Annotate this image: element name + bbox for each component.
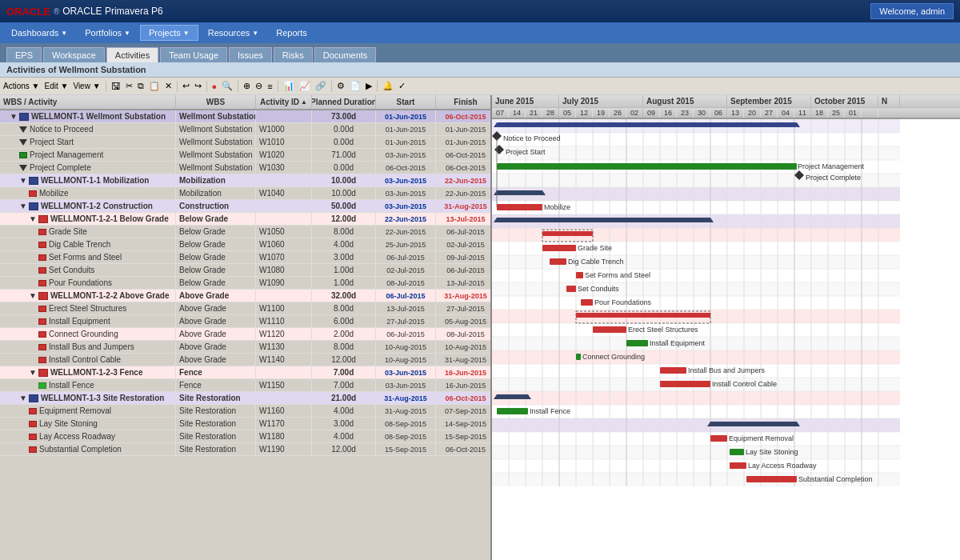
table-row: ▼ WELLMONT-1 Wellmont Substation Wellmon…	[0, 110, 490, 123]
tab-risks[interactable]: Risks	[274, 47, 313, 62]
gantt-label-ntp: Notice to Proceed	[503, 134, 561, 142]
gantt-bar-dig-trench	[550, 258, 566, 265]
svg-rect-13	[492, 296, 900, 310]
tb-icon1[interactable]: 🖫	[111, 81, 121, 92]
gantt-label-install-bus: Install Bus and Jumpers	[688, 366, 766, 374]
activity-name: Project Complete	[0, 162, 176, 174]
month-sep: September 2015	[727, 95, 811, 107]
activity-name: Erect Steel Structures	[0, 302, 176, 314]
gantt-svg: Notice to Proceed Project Start Project …	[492, 119, 900, 486]
tab-eps[interactable]: EPS	[6, 47, 42, 62]
tb-icon10[interactable]: ⊕	[243, 81, 250, 91]
tab-bar: EPS Workspace Activities Team Usage Issu…	[0, 43, 960, 62]
gantt-inner: June 2015 July 2015 August 2015 Septembe…	[492, 95, 960, 486]
week-23: 23	[677, 108, 694, 118]
nav-resources[interactable]: Resources ▼	[200, 26, 267, 40]
col-header-start: Start	[376, 95, 436, 109]
tb-icon3[interactable]: ⧉	[138, 81, 144, 91]
tb-icon14[interactable]: 📈	[299, 81, 310, 91]
gantt-bar-equip-removal	[710, 435, 727, 442]
tb-icon2[interactable]: ✂	[126, 81, 133, 91]
toolbar-row1: Actions ▼ Edit ▼ View ▼ 🖫 ✂ ⧉ 📋 ✕ ↩ ↪ ● …	[0, 78, 960, 95]
gantt-label-install-equip: Install Equipment	[650, 339, 706, 347]
table-row: ▼ WELLMONT-1-2-2 Above Grade Above Grade…	[0, 290, 490, 302]
col-header-actid[interactable]: Activity ID ▲	[256, 95, 312, 109]
tb-icon16[interactable]: ⚙	[337, 81, 345, 91]
week-30: 30	[694, 108, 710, 118]
wbs-name: ▼ WELLMONT-1 Wellmont Substation	[0, 110, 176, 122]
week-04: 04	[778, 108, 794, 118]
table-row: Lay Site Stoning Site Restoration W1170 …	[0, 418, 490, 430]
week-13: 13	[727, 108, 744, 118]
page-title: Activities of Wellmont Substation	[0, 62, 960, 78]
table-row: Set Forms and Steel Below Grade W1070 3.…	[0, 251, 490, 264]
gantt-bar-substantial	[746, 476, 797, 482]
tb-icon7[interactable]: ↪	[194, 81, 202, 91]
gantt-bar-connect-gnd	[576, 354, 581, 360]
tb-icon12[interactable]: ≡	[267, 82, 272, 91]
view-menu[interactable]: View ▼	[73, 82, 100, 90]
svg-rect-12	[492, 282, 900, 296]
table-row: ▼ WELLMONT-1-2 Construction Construction…	[0, 200, 490, 213]
wbs-name: ▼ WELLMONT-1-3 Site Restoration	[0, 392, 176, 404]
actions-menu[interactable]: Actions ▼	[3, 82, 39, 90]
wbs-name: ▼ WELLMONT-1-2 Construction	[0, 200, 176, 212]
week-12: 12	[576, 108, 593, 118]
tab-activities[interactable]: Activities	[106, 47, 158, 62]
welcome-badge[interactable]: Welcome, admin	[870, 3, 954, 19]
table-row: ▼ WELLMONT-1-2-3 Fence Fence 7.00d 03-Ju…	[0, 366, 490, 379]
gantt-label-set-conduits: Set Conduits	[578, 285, 619, 293]
gantt-bar-sr-wbs	[710, 422, 797, 426]
tb-icon4[interactable]: 📋	[149, 81, 160, 91]
activity-name: Project Start	[0, 136, 176, 148]
svg-rect-11	[492, 269, 900, 282]
gantt-bar-pour-found	[581, 299, 593, 306]
activity-name-connect-grounding: Connect Grounding	[0, 328, 176, 340]
activity-name: Equipment Removal	[0, 405, 176, 417]
tb-icon18[interactable]: ▶	[366, 81, 372, 91]
tab-team-usage[interactable]: Team Usage	[160, 47, 227, 62]
gantt-bar-grade-site	[542, 245, 576, 251]
week-11: 11	[794, 108, 811, 118]
activity-table: WBS / Activity WBS Activity ID ▲ Planned…	[0, 95, 492, 560]
gantt-label-lay-roadway: Lay Access Roadway	[748, 462, 817, 470]
tb-icon8[interactable]: ●	[212, 82, 218, 91]
tb-icon17[interactable]: 📄	[350, 81, 361, 91]
tab-workspace[interactable]: Workspace	[43, 47, 105, 62]
gantt-label-substantial: Substantial Completion	[798, 475, 873, 483]
svg-rect-23	[492, 432, 900, 446]
nav-reports[interactable]: Reports	[268, 26, 315, 40]
tb-icon15[interactable]: 🔗	[315, 81, 326, 91]
nav-portfolios[interactable]: Portfolios ▼	[77, 26, 138, 40]
tb-icon11[interactable]: ⊖	[255, 81, 262, 91]
tb-icon13[interactable]: 📊	[283, 81, 294, 91]
gantt-bar-lay-stoning	[730, 449, 744, 455]
tb-icon6[interactable]: ↩	[182, 81, 190, 91]
month-jul: July 2015	[559, 95, 643, 107]
week-09: 09	[643, 108, 660, 118]
tb-icon5[interactable]: ✕	[165, 81, 172, 91]
table-row: Erect Steel Structures Above Grade W1100…	[0, 302, 490, 315]
gantt-label-install-cable: Install Control Cable	[712, 380, 777, 388]
top-bar: ORACLE ® ORACLE Primavera P6 Welcome, ad…	[0, 0, 960, 22]
gantt-label-pm: Project Management	[798, 162, 865, 170]
tb-icon20[interactable]: ✓	[398, 81, 406, 91]
week-26: 26	[610, 108, 626, 118]
tab-issues[interactable]: Issues	[229, 47, 272, 62]
week-19: 19	[593, 108, 610, 118]
tb-icon9[interactable]: 🔍	[222, 81, 233, 91]
tb-icon19[interactable]: 🔔	[382, 81, 394, 91]
month-n: N	[878, 95, 900, 107]
week-01: 01	[845, 108, 862, 118]
month-oct: October 2015	[811, 95, 878, 107]
logo: ORACLE ® ORACLE Primavera P6	[6, 6, 163, 18]
nav-dashboards[interactable]: Dashboards ▼	[3, 26, 75, 40]
gantt-label-set-forms: Set Forms and Steel	[585, 271, 650, 279]
svg-rect-5	[492, 187, 900, 201]
tab-documents[interactable]: Documents	[314, 47, 377, 62]
week-06: 06	[710, 108, 727, 118]
gantt-bar-install-bus	[660, 367, 686, 374]
activity-name: Lay Site Stoning	[0, 418, 176, 430]
edit-menu[interactable]: Edit ▼	[44, 82, 68, 90]
nav-projects[interactable]: Projects ▼	[140, 25, 198, 41]
